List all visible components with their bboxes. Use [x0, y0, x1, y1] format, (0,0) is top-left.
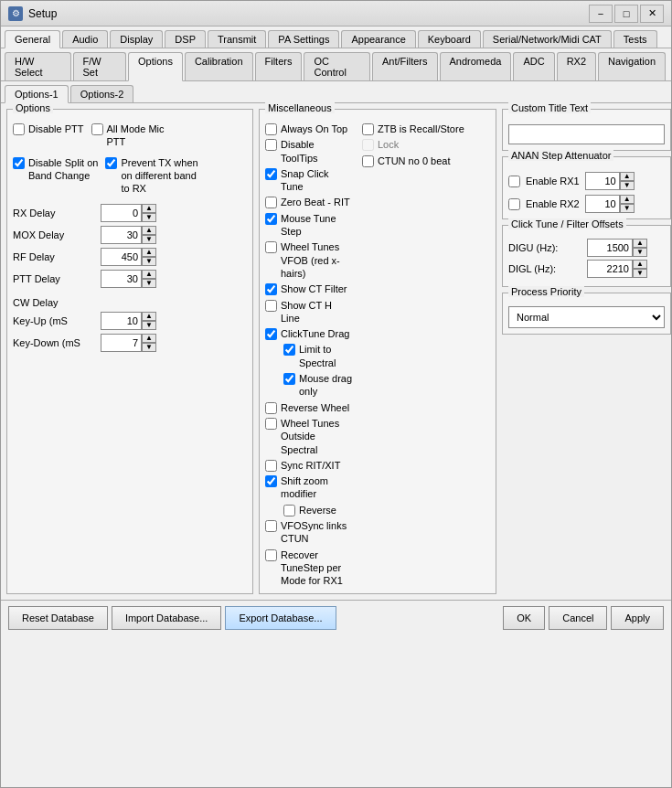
enable-rx1-checkbox[interactable]: [508, 176, 520, 187]
rx-delay-input[interactable]: [101, 204, 142, 222]
key-up-input[interactable]: [101, 312, 142, 330]
wheel-outside-spectral-checkbox[interactable]: [265, 418, 277, 430]
sync-rit-xit-checkbox[interactable]: [265, 460, 277, 472]
tab-dsp[interactable]: DSP: [165, 30, 206, 48]
minimize-button[interactable]: −: [589, 5, 613, 23]
rx1-down-button[interactable]: ▼: [620, 181, 635, 190]
mox-delay-down[interactable]: ▼: [142, 235, 156, 244]
disable-ptt-checkbox[interactable]: [13, 123, 25, 135]
vfosync-ctun-checkbox[interactable]: [265, 520, 277, 532]
key-down-input[interactable]: [101, 334, 142, 352]
ptt-delay-up[interactable]: ▲: [142, 270, 156, 279]
cancel-button[interactable]: Cancel: [549, 606, 607, 630]
wheel-vfob-checkbox[interactable]: [265, 241, 277, 253]
show-ct-filter-checkbox[interactable]: [265, 283, 277, 295]
subtab-fw-set[interactable]: F/W Set: [73, 52, 126, 80]
tab-pa-settings[interactable]: PA Settings: [268, 30, 339, 48]
rx2-down-button[interactable]: ▼: [620, 204, 635, 213]
subtab-andromeda[interactable]: Andromeda: [440, 52, 512, 80]
rf-delay-buttons: ▲ ▼: [142, 248, 156, 266]
rx1-value-input[interactable]: [585, 172, 620, 190]
digl-up-button[interactable]: ▲: [633, 260, 647, 269]
always-on-top-row: Always On Top: [265, 122, 353, 135]
all-mode-mic-ptt-checkbox[interactable]: [91, 123, 103, 135]
subtab-adc[interactable]: ADC: [513, 52, 554, 80]
subtab-filters[interactable]: Filters: [255, 52, 303, 80]
tab-serial[interactable]: Serial/Network/Midi CAT: [483, 30, 612, 48]
custom-title-input[interactable]: [508, 124, 665, 144]
rf-delay-down[interactable]: ▼: [142, 257, 156, 266]
zero-beat-checkbox[interactable]: [265, 197, 277, 208]
mouse-tune-step-checkbox[interactable]: [265, 213, 277, 225]
disable-split-checkbox[interactable]: [13, 157, 25, 169]
enable-rx2-checkbox[interactable]: [508, 198, 520, 210]
anan-rx2-row: Enable RX2 ▲ ▼: [508, 195, 665, 213]
mouse-drag-only-checkbox[interactable]: [283, 373, 295, 385]
apply-button[interactable]: Apply: [611, 606, 664, 630]
mox-delay-input[interactable]: [101, 226, 142, 244]
subtab-ant-filters[interactable]: Ant/Filters: [372, 52, 438, 80]
ok-button[interactable]: OK: [503, 606, 545, 630]
reset-database-button[interactable]: Reset Database: [8, 606, 108, 630]
subtab-options1[interactable]: Options-1: [5, 85, 69, 103]
always-on-top-checkbox[interactable]: [265, 123, 277, 135]
rx1-up-button[interactable]: ▲: [620, 172, 635, 181]
key-down-up[interactable]: ▲: [142, 334, 156, 343]
tab-display[interactable]: Display: [110, 30, 163, 48]
mox-delay-up[interactable]: ▲: [142, 226, 156, 235]
digu-input[interactable]: [587, 239, 633, 257]
tab-general[interactable]: General: [5, 30, 60, 48]
rx2-up-button[interactable]: ▲: [620, 195, 635, 204]
ptt-delay-input[interactable]: [101, 270, 142, 288]
digu-down-button[interactable]: ▼: [633, 248, 647, 257]
reverse-wheel-row: Reverse Wheel: [265, 401, 353, 414]
ztb-recall-checkbox[interactable]: [362, 123, 374, 135]
ctun-no-0beat-checkbox[interactable]: [362, 155, 374, 167]
tab-audio[interactable]: Audio: [62, 30, 108, 48]
subtab-options2[interactable]: Options-2: [70, 85, 134, 102]
process-priority-select[interactable]: Normal AboveNormal High: [508, 306, 665, 328]
digu-row: DIGU (Hz): ▲ ▼: [508, 239, 665, 257]
subtab-options[interactable]: Options: [128, 52, 183, 81]
rx-delay-up[interactable]: ▲: [142, 204, 156, 213]
subtab-oc-control[interactable]: OC Control: [304, 52, 370, 80]
tab-appearance[interactable]: Appearance: [341, 30, 415, 48]
disable-tooltips-checkbox[interactable]: [265, 139, 277, 151]
subtab-navigation[interactable]: Navigation: [598, 52, 666, 80]
shift-zoom-checkbox[interactable]: [265, 475, 277, 487]
tab-keyboard[interactable]: Keyboard: [418, 30, 481, 48]
rx-delay-down[interactable]: ▼: [142, 213, 156, 222]
key-up-up[interactable]: ▲: [142, 312, 156, 321]
clicktune-drag-checkbox[interactable]: [265, 328, 277, 340]
digl-input[interactable]: [587, 260, 633, 278]
limit-to-spectral-checkbox[interactable]: [283, 344, 295, 356]
tab-transmit[interactable]: Transmit: [208, 30, 266, 48]
rx2-value-input[interactable]: [585, 195, 620, 213]
mox-delay-row: MOX Delay ▲ ▼: [13, 226, 247, 244]
ptt-delay-down[interactable]: ▼: [142, 279, 156, 288]
digl-down-button[interactable]: ▼: [633, 269, 647, 278]
lock-checkbox[interactable]: [362, 139, 374, 151]
subtab-rx2[interactable]: RX2: [557, 52, 596, 80]
key-down-down[interactable]: ▼: [142, 343, 156, 352]
export-database-button[interactable]: Export Database...: [225, 606, 336, 630]
reverse-checkbox[interactable]: [283, 505, 295, 516]
digl-spinner: ▲ ▼: [587, 260, 647, 278]
content-area: Options Disable PTT All Mode MicPTT: [1, 103, 671, 600]
maximize-button[interactable]: □: [614, 5, 638, 23]
prevent-tx-checkbox[interactable]: [105, 157, 117, 169]
rf-delay-input[interactable]: [101, 248, 142, 266]
show-ct-h-line-checkbox[interactable]: [265, 300, 277, 312]
tab-tests[interactable]: Tests: [613, 30, 657, 48]
subtab-hw-select[interactable]: H/W Select: [5, 52, 71, 80]
key-up-down[interactable]: ▼: [142, 321, 156, 330]
close-button[interactable]: ✕: [640, 5, 664, 23]
anan-step-label: ANAN Step Attenuator: [508, 150, 613, 161]
digu-up-button[interactable]: ▲: [633, 239, 647, 248]
subtab-calibration[interactable]: Calibration: [185, 52, 253, 80]
snap-click-tune-checkbox[interactable]: [265, 168, 277, 180]
recover-tunestep-checkbox[interactable]: [265, 549, 277, 561]
import-database-button[interactable]: Import Database...: [112, 606, 222, 630]
rf-delay-up[interactable]: ▲: [142, 248, 156, 257]
reverse-wheel-checkbox[interactable]: [265, 402, 277, 414]
